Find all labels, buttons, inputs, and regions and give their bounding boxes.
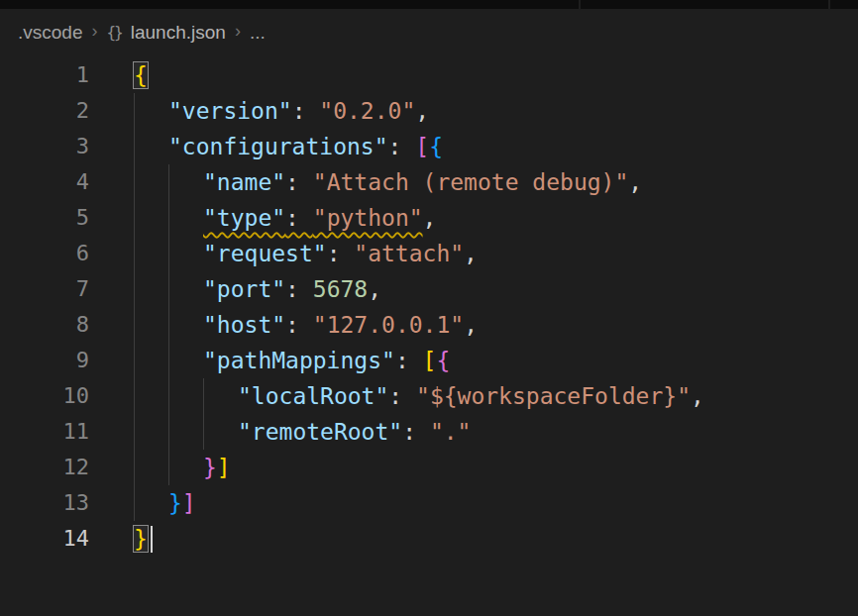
token: :: [285, 312, 313, 338]
token: "version": [168, 98, 292, 124]
line-number[interactable]: 8: [0, 307, 89, 343]
code-content: "pathMappings": [{: [89, 343, 450, 378]
code-content: "name": "Attach (remote debug)",: [89, 164, 642, 200]
line-number[interactable]: 5: [0, 200, 89, 236]
token: ,: [464, 312, 478, 338]
line-number[interactable]: 4: [0, 164, 89, 200]
code-content: }]: [89, 450, 231, 485]
indent-guide: [168, 378, 203, 414]
indent-guide: [134, 343, 168, 378]
token: "name": [203, 169, 285, 195]
indent-guide: [203, 378, 238, 414]
line-number[interactable]: 12: [0, 450, 89, 485]
token: "type": [203, 205, 285, 231]
token: ,: [368, 276, 381, 302]
breadcrumb: .vscode › {} launch.json › ...: [0, 9, 858, 55]
code-line[interactable]: 4"name": "Attach (remote debug)",: [0, 164, 858, 200]
tab-bar-edge: [0, 0, 858, 9]
code-line[interactable]: 14}: [0, 521, 858, 557]
indent-guide: [168, 343, 203, 378]
token: ,: [628, 169, 642, 195]
token: ]: [217, 455, 231, 480]
tab-divider: [828, 0, 830, 9]
token: "configurations": [168, 134, 388, 159]
code-line[interactable]: 2"version": "0.2.0",: [0, 93, 858, 129]
indent-guide: [168, 271, 203, 307]
token: "port": [203, 276, 285, 302]
indent-guide: [134, 164, 168, 200]
indent-guide: [168, 236, 203, 271]
token: "attach": [354, 241, 464, 266]
indent-guide: [134, 236, 168, 271]
indent-guide: [134, 378, 168, 414]
line-number[interactable]: 13: [0, 485, 89, 521]
line-number[interactable]: 11: [0, 414, 89, 450]
line-number[interactable]: 2: [0, 93, 89, 129]
token: ,: [415, 98, 429, 124]
token: :: [285, 169, 313, 195]
indent-guide: [168, 307, 203, 343]
line-number[interactable]: 3: [0, 129, 89, 164]
indent-guide: [134, 450, 168, 485]
token: :: [285, 276, 313, 302]
line-number[interactable]: 9: [0, 343, 89, 378]
code-content: "configurations": [{: [89, 129, 443, 164]
token: ".": [430, 419, 472, 445]
token: "request": [203, 241, 327, 266]
token: {: [134, 62, 148, 88]
token: ,: [423, 205, 437, 231]
code-line[interactable]: 8"host": "127.0.0.1",: [0, 307, 858, 343]
line-number[interactable]: 7: [0, 271, 89, 307]
indent-guide: [134, 307, 168, 343]
indent-guide: [134, 271, 168, 307]
token: ,: [691, 383, 704, 409]
breadcrumb-symbol-more[interactable]: ...: [250, 22, 266, 44]
indent-guide: [134, 93, 168, 129]
indent-guide: [134, 414, 168, 450]
token: {: [436, 348, 450, 373]
code-line[interactable]: 11"remoteRoot": ".": [0, 414, 858, 450]
code-content: "host": "127.0.0.1",: [89, 307, 478, 343]
breadcrumb-file[interactable]: launch.json: [131, 22, 226, 44]
token: [: [415, 134, 429, 159]
code-content: "type": "python",: [89, 200, 436, 236]
token: :: [285, 205, 313, 231]
token: :: [395, 348, 423, 373]
code-line[interactable]: 3"configurations": [{: [0, 129, 858, 164]
code-content: "port": 5678,: [89, 271, 381, 307]
tab-divider: [579, 0, 581, 9]
token: }: [203, 455, 217, 480]
indent-guide: [168, 414, 203, 450]
code-line[interactable]: 7"port": 5678,: [0, 271, 858, 307]
code-line[interactable]: 9"pathMappings": [{: [0, 343, 858, 378]
code-line[interactable]: 6"request": "attach",: [0, 236, 858, 271]
code-content: "version": "0.2.0",: [89, 93, 429, 129]
token: "${workspaceFolder}": [416, 383, 691, 409]
line-number[interactable]: 1: [0, 57, 89, 93]
line-number[interactable]: 10: [0, 378, 89, 414]
code-content: "localRoot": "${workspaceFolder}",: [89, 378, 704, 414]
code-line[interactable]: 13}]: [0, 485, 858, 521]
json-file-icon: {}: [106, 23, 121, 42]
breadcrumb-folder[interactable]: .vscode: [18, 22, 82, 44]
indent-guide: [168, 164, 203, 200]
line-number[interactable]: 6: [0, 236, 89, 271]
text-cursor: [151, 526, 153, 553]
token: "host": [203, 312, 285, 338]
indent-guide: [168, 450, 203, 485]
code-line[interactable]: 1{: [0, 57, 858, 93]
token: :: [402, 419, 430, 445]
line-number[interactable]: 14: [0, 521, 89, 557]
token: "python": [313, 205, 423, 231]
chevron-right-icon: ›: [235, 21, 241, 42]
code-line[interactable]: 5"type": "python",: [0, 200, 858, 236]
token: "Attach (remote debug)": [313, 169, 629, 195]
indent-guide: [168, 200, 203, 236]
indent-guide: [134, 129, 168, 164]
code-line[interactable]: 12}]: [0, 450, 858, 485]
chevron-right-icon: ›: [91, 21, 97, 42]
indent-guide: [203, 414, 238, 450]
code-line[interactable]: 10"localRoot": "${workspaceFolder}",: [0, 378, 858, 414]
token: :: [292, 98, 320, 124]
token: :: [388, 134, 416, 159]
